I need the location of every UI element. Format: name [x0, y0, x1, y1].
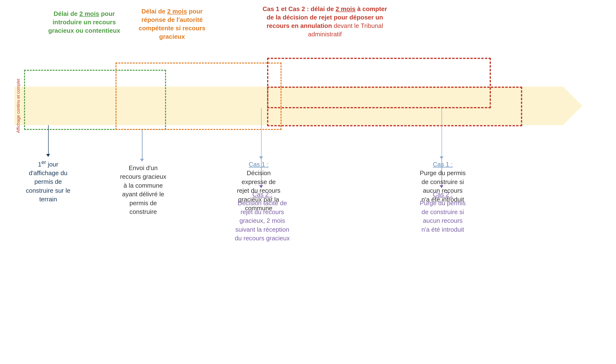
red-dashed-box-cas2	[267, 87, 522, 126]
text-point3-cas2: Cas 2 : Décision tacite derejet du recou…	[217, 190, 308, 243]
text-point1: 1er jourd'affichage dupermis deconstruir…	[14, 159, 82, 204]
annotation-green: Délai de 2 mois pour introduire un recou…	[39, 10, 130, 35]
vline-point1	[48, 125, 49, 154]
arrow-label: Affichage continu et complet	[15, 87, 22, 125]
vline-point2	[142, 130, 143, 159]
arrow-point1	[46, 154, 50, 157]
arrow-point4-cas1	[440, 156, 444, 159]
orange-dashed-box	[116, 63, 282, 130]
arrow-point3-cas1	[259, 156, 263, 159]
text-point4-cas2: Cas 2 : Purge du permisde construire sia…	[399, 190, 486, 234]
text-point2: Envoi d'unrecours gracieuxà la communeay…	[106, 164, 181, 216]
annotation-orange: Délai de 2 mois pour réponse de l'autori…	[128, 7, 217, 41]
diagram-container: Affichage continu et complet Délai de 2 …	[0, 0, 616, 364]
annotation-red: Cas 1 et Cas 2 : délai de 2 mois à compt…	[241, 5, 409, 39]
arrow-point2	[140, 159, 144, 162]
vline-point3-cas1	[261, 108, 262, 156]
vline-point4-cas1	[442, 108, 442, 156]
